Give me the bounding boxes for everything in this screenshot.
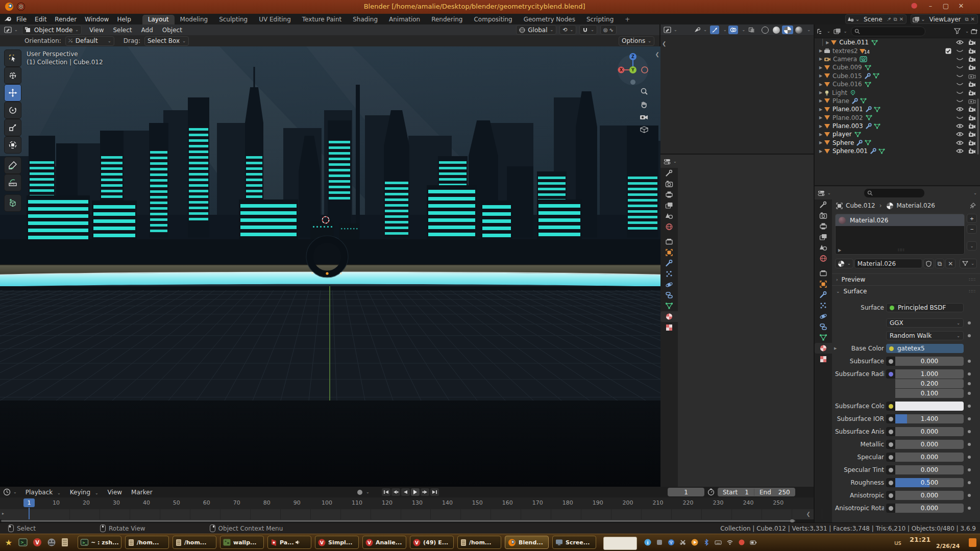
menu-window[interactable]: Window bbox=[81, 15, 113, 24]
minimize-button[interactable]: – bbox=[925, 2, 936, 10]
maximize-button[interactable]: ▢ bbox=[940, 2, 951, 10]
properties-icon[interactable] bbox=[664, 158, 671, 165]
properties-tab-collection[interactable] bbox=[815, 268, 832, 279]
outliner-row[interactable]: ▶ Camera bbox=[815, 55, 980, 63]
expander-arrow[interactable]: ▶ bbox=[834, 346, 837, 350]
expand-arrow[interactable]: ▶ bbox=[818, 124, 824, 129]
outliner-item-name[interactable]: Plane.003 bbox=[832, 122, 863, 130]
add-slot-button[interactable]: ＋ bbox=[967, 214, 977, 223]
hide-toggle[interactable] bbox=[956, 116, 964, 120]
animate-dot[interactable] bbox=[968, 481, 971, 484]
outliner-row[interactable]: ▶ Plane.002 bbox=[815, 114, 980, 122]
hide-toggle[interactable] bbox=[956, 49, 964, 53]
options-menu[interactable]: Options ⌄ bbox=[619, 36, 654, 46]
filter-icon[interactable] bbox=[954, 28, 961, 34]
render-visibility-toggle[interactable] bbox=[968, 90, 976, 96]
outliner-item-name[interactable]: Camera bbox=[833, 56, 857, 63]
media-launcher-icon[interactable] bbox=[46, 537, 57, 548]
outliner-row[interactable]: ▶ Plane.003 bbox=[815, 122, 980, 130]
mode-selector[interactable]: Object Mode ⌄ bbox=[22, 25, 82, 35]
region-collapse-arrow[interactable]: ❮ bbox=[806, 511, 811, 517]
render-visibility-toggle[interactable] bbox=[968, 64, 976, 70]
render-visibility-toggle[interactable] bbox=[968, 131, 976, 137]
outliner-editor-icon[interactable] bbox=[817, 28, 824, 35]
outliner-item-name[interactable]: textres2 bbox=[832, 47, 858, 55]
properties-tab-texture[interactable] bbox=[660, 322, 678, 333]
properties-editor[interactable]: ⌄ ⌄ Cube.012 › Material.026 Mate bbox=[815, 185, 980, 522]
tab-rendering[interactable]: Rendering bbox=[426, 15, 468, 24]
scale-tool[interactable] bbox=[4, 119, 21, 136]
input-socket[interactable] bbox=[886, 504, 895, 513]
base-color-texture-field[interactable]: gatetex5 bbox=[886, 344, 964, 353]
animate-dot[interactable] bbox=[968, 468, 971, 471]
visibility-toggle[interactable]: ⌄ bbox=[693, 26, 708, 34]
animate-dot[interactable] bbox=[968, 494, 971, 497]
select-box-tool[interactable] bbox=[4, 49, 21, 67]
tab-modeling[interactable]: Modeling bbox=[175, 15, 214, 24]
properties-tab-texture[interactable] bbox=[815, 354, 832, 364]
taskbar-window-media[interactable]: Pa... bbox=[267, 536, 311, 549]
taskbar-window-file[interactable]: /hom... bbox=[457, 536, 501, 549]
timeline-ruler[interactable]: 1102030405060708090100110120130140150160… bbox=[0, 497, 814, 509]
material-name-field[interactable]: Material.026 bbox=[854, 259, 922, 268]
start-frame-field[interactable]: Start1 bbox=[718, 489, 754, 496]
properties-tab-modifiers[interactable] bbox=[815, 289, 832, 300]
outliner-item-name[interactable]: Cube.011 bbox=[839, 39, 869, 46]
info-icon[interactable]: i bbox=[644, 539, 651, 547]
expand-arrow[interactable]: ▶ bbox=[818, 65, 824, 70]
animate-dot[interactable] bbox=[968, 392, 971, 395]
fake-user-button[interactable] bbox=[923, 259, 934, 268]
taskbar-window-image[interactable]: wallp... bbox=[220, 536, 264, 549]
outliner-item-name[interactable]: Plane.001 bbox=[832, 106, 863, 113]
outliner-row[interactable]: ▶ player bbox=[815, 130, 980, 138]
cursor-tool[interactable] bbox=[4, 67, 21, 84]
outliner-item-name[interactable]: Plane bbox=[832, 97, 849, 105]
pan-hand-icon[interactable] bbox=[640, 101, 648, 109]
window-badge-icon[interactable]: ⬤ bbox=[909, 2, 920, 9]
close-icon[interactable]: ✕ bbox=[970, 16, 976, 22]
gizmos-toggle[interactable] bbox=[710, 26, 719, 34]
new-material-button[interactable]: ⧉ bbox=[935, 259, 945, 268]
viewport-menu-add[interactable]: Add bbox=[137, 27, 158, 34]
bluetooth-icon[interactable] bbox=[703, 539, 710, 547]
properties-tab-tool[interactable] bbox=[660, 168, 678, 179]
properties-tab-constraints[interactable] bbox=[660, 290, 678, 300]
add-workspace-button[interactable]: + bbox=[619, 15, 635, 24]
outliner-row[interactable]: │ ▶ Cube.011 bbox=[815, 38, 980, 46]
ortho-grid-icon[interactable] bbox=[640, 126, 648, 134]
outliner-item-name[interactable]: Sphere bbox=[832, 139, 854, 146]
tab-uv-editing[interactable]: UV Editing bbox=[253, 15, 297, 24]
orientation-setting[interactable]: ⤯ Default ⌄ bbox=[65, 36, 114, 46]
enum-field[interactable]: GGX⌄ bbox=[886, 318, 964, 328]
menu-render[interactable]: Render bbox=[51, 15, 81, 24]
properties-tab-object-data[interactable] bbox=[815, 332, 832, 343]
node-filter-button[interactable]: ⌄ bbox=[960, 259, 977, 268]
outliner-item-name[interactable]: Plane.002 bbox=[832, 114, 863, 121]
properties-tab-render[interactable] bbox=[815, 210, 832, 221]
outliner-row[interactable]: ▶ textres2 14 bbox=[815, 46, 980, 55]
pivot-point[interactable]: ⟲⌄ bbox=[559, 25, 576, 35]
properties-tab-world[interactable] bbox=[660, 221, 678, 232]
expand-arrow[interactable]: ▶ bbox=[818, 149, 824, 154]
properties-tab-world[interactable] bbox=[815, 253, 832, 264]
xray-toggle[interactable] bbox=[747, 26, 756, 34]
tab-compositing[interactable]: Compositing bbox=[468, 15, 518, 24]
transform-tool[interactable] bbox=[4, 136, 21, 154]
scene-selector[interactable]: ⌄ Scene 📌︎ ⧉ ✕ bbox=[845, 14, 907, 24]
properties-editor-secondary[interactable]: ⌄ bbox=[660, 154, 815, 487]
expand-arrow[interactable]: ▶ bbox=[818, 98, 824, 103]
outliner-item-name[interactable]: Sphere.001 bbox=[832, 147, 868, 155]
navigation-gizmo[interactable]: Z X Y bbox=[616, 49, 651, 86]
move-tool[interactable] bbox=[4, 84, 21, 102]
play-indicator-icon[interactable] bbox=[691, 539, 698, 547]
taskbar-window-video[interactable]: V (49) E... bbox=[410, 536, 454, 549]
list-resize-grip[interactable]: ∷∷ bbox=[898, 247, 904, 253]
outliner-row[interactable]: ▶ Plane bbox=[815, 97, 980, 105]
tab-geometry-nodes[interactable]: Geometry Nodes bbox=[518, 15, 581, 24]
battery-icon[interactable] bbox=[750, 539, 757, 547]
app-indicator-icon[interactable] bbox=[656, 539, 663, 547]
properties-tab-constraints[interactable] bbox=[815, 321, 832, 332]
outliner-row[interactable]: ▶ Cube.009 bbox=[815, 63, 980, 71]
expand-arrow[interactable]: ▶ bbox=[818, 115, 824, 120]
keyboard-icon[interactable] bbox=[715, 539, 722, 547]
